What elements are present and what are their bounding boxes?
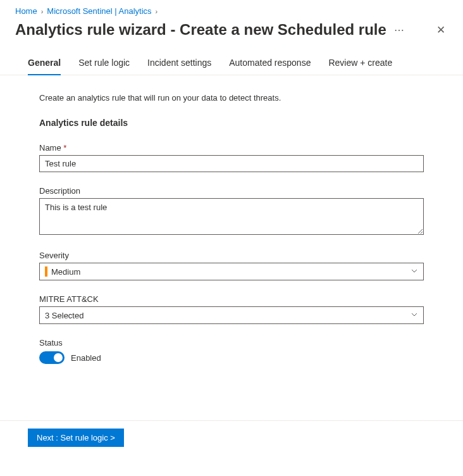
page-header: Analytics rule wizard - Create a new Sch… xyxy=(0,16,463,39)
tab-set-rule-logic[interactable]: Set rule logic xyxy=(78,58,130,75)
breadcrumb: Home › Microsoft Sentinel | Analytics › xyxy=(0,0,463,16)
breadcrumb-home[interactable]: Home xyxy=(15,6,37,16)
close-icon: ✕ xyxy=(436,24,445,36)
required-marker: * xyxy=(63,143,66,153)
more-icon[interactable]: ⋯ xyxy=(394,24,405,36)
breadcrumb-sentinel[interactable]: Microsoft Sentinel | Analytics xyxy=(47,6,151,16)
field-mitre: MITRE ATT&CK 3 Selected xyxy=(39,294,424,324)
severity-color-icon xyxy=(45,266,47,277)
field-description: Description This is a test rule xyxy=(39,186,424,237)
chevron-down-icon xyxy=(411,267,418,277)
mitre-select[interactable]: 3 Selected xyxy=(39,306,424,324)
field-name: Name * xyxy=(39,143,424,172)
severity-value: Medium xyxy=(51,267,80,277)
chevron-right-icon: › xyxy=(156,8,158,15)
next-button[interactable]: Next : Set rule logic > xyxy=(28,429,124,447)
name-input[interactable] xyxy=(39,155,424,172)
tabs: General Set rule logic Incident settings… xyxy=(0,39,463,75)
tab-incident-settings[interactable]: Incident settings xyxy=(147,58,211,75)
status-value: Enabled xyxy=(71,353,101,363)
close-button[interactable]: ✕ xyxy=(434,22,448,38)
mitre-value: 3 Selected xyxy=(45,311,83,320)
severity-label: Severity xyxy=(39,251,424,260)
status-toggle[interactable] xyxy=(39,351,65,364)
description-label: Description xyxy=(39,186,424,196)
field-severity: Severity Medium xyxy=(39,251,424,280)
tab-review-create[interactable]: Review + create xyxy=(328,58,392,75)
field-status: Status Enabled xyxy=(39,338,424,364)
mitre-label: MITRE ATT&CK xyxy=(39,294,424,304)
name-label: Name * xyxy=(39,143,424,153)
section-title: Analytics rule details xyxy=(39,118,424,128)
status-label: Status xyxy=(39,338,424,348)
tab-general[interactable]: General xyxy=(28,58,61,75)
intro-text: Create an analytics rule that will run o… xyxy=(39,93,424,103)
chevron-down-icon xyxy=(411,311,418,320)
toggle-knob xyxy=(54,353,63,362)
tab-automated-response[interactable]: Automated response xyxy=(229,58,311,75)
wizard-footer: Next : Set rule logic > xyxy=(0,420,463,447)
page-title: Analytics rule wizard - Create a new Sch… xyxy=(15,21,386,39)
chevron-right-icon: › xyxy=(41,8,44,15)
severity-select[interactable]: Medium xyxy=(39,263,424,280)
description-input[interactable]: This is a test rule xyxy=(39,198,424,235)
wizard-content: Create an analytics rule that will run o… xyxy=(0,75,463,364)
